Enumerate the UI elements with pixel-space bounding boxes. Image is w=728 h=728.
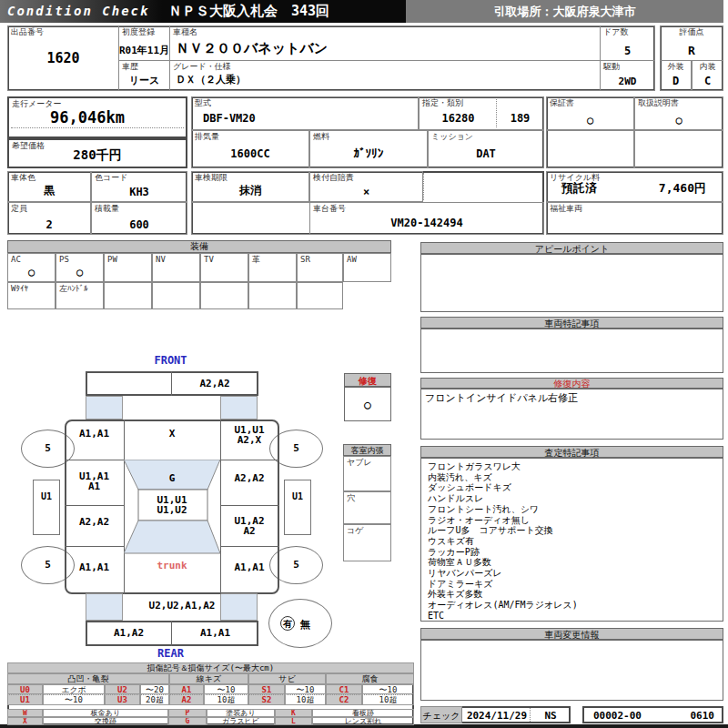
class-number-cell: 指定・類別 16280 189: [419, 96, 544, 130]
class-number-value-2: 189: [500, 112, 541, 125]
class-divider: [496, 99, 497, 127]
legend-group-rust-label: サビ: [278, 674, 295, 683]
legend-group-scratch: 線キズ: [169, 673, 248, 684]
equipment-label-ps: PS: [59, 255, 69, 264]
legend-val-p: 塗装あり: [207, 709, 275, 717]
equipment-note-cell-6: [248, 282, 297, 309]
legend-code-l: L: [275, 717, 312, 725]
grade-point-value: R: [661, 44, 723, 57]
equipment-note-cell-1: Wﾀｲﾔ: [7, 282, 56, 309]
equipment-cell-sr: SR: [297, 253, 343, 282]
cabin-lining-row-hole: 穴: [343, 491, 391, 524]
equipment-cell-pw: PW: [104, 253, 152, 282]
equipment-label-sr: SR: [300, 255, 310, 264]
repair-mark-box: ○: [344, 387, 391, 421]
legend-code-s1: S1: [248, 684, 285, 694]
condition-check-sheet: Condition Check ＮＰＳ大阪入札会 343回 引取場所：大阪府泉大…: [0, 0, 728, 728]
capacity-cell: 定員 2: [7, 202, 91, 235]
assessment-panel: フロントガラスワレ大 内装汚れ、キズ ダッシュボードキズ ハンドルスレ フロント…: [420, 458, 723, 622]
equipment-cell-aw: AW: [343, 253, 391, 282]
equipment-cell-ps: PS ○: [56, 253, 104, 282]
side-step-left-damage: U1: [34, 491, 59, 501]
front-bumper-corner-left: [86, 396, 123, 420]
color-code-cell: 色コード KH3: [91, 171, 187, 202]
pickup-location-bar: 引取場所：大阪府泉大津市: [406, 0, 723, 23]
door-left-damage: U1,A1 A1: [65, 471, 124, 491]
assessment-item: ウスキズ有: [428, 536, 578, 547]
equipment-title-bar: 装備: [7, 240, 391, 253]
assessment-item: オーディオレス(AM/FMラジオレス): [428, 600, 578, 611]
asking-price-box: 希望価格 280千円: [7, 138, 187, 168]
doors-cell: ドア数 5: [600, 25, 655, 61]
legend-val-u0: エクボ: [43, 684, 105, 694]
repair-mark-title-bar: 修復: [344, 373, 391, 387]
equipment-label-tv: TV: [204, 255, 214, 264]
rear-label: REAR: [136, 649, 205, 659]
interior-grade-value: C: [693, 75, 723, 87]
model-name-cell: 車種名 ＮＶ２００バネットバン: [169, 25, 601, 61]
fuel-cell: 燃料 ｶﾞｿﾘﾝ: [309, 130, 428, 168]
quarter-right-damage: A1,A1: [220, 562, 278, 572]
equipment-mark-ps: ○: [56, 266, 103, 278]
fuel-value: ｶﾞｿﾘﾝ: [310, 147, 427, 160]
windshield-damage: G: [124, 473, 220, 483]
equipment-cell-nv: NV: [152, 253, 200, 282]
load-capacity-value: 600: [92, 218, 187, 231]
first-registration-value: R01年11月: [119, 44, 169, 57]
doors-value: 5: [601, 45, 654, 57]
slide-right-damage: U1,A2 A2: [220, 516, 278, 536]
inspection-cell: 車検期限 抹消: [191, 171, 309, 202]
appeal-title-bar: アピールポイント: [420, 242, 723, 254]
equipment-cell-tv: TV: [200, 253, 248, 282]
body-color-cell: 車体色 黒: [7, 171, 91, 202]
odometer-value: 96,046km: [50, 108, 125, 126]
drive-label: 駆動: [603, 62, 620, 71]
exterior-grade-cell: 外装 D: [660, 60, 692, 91]
capacity-label: 定員: [11, 204, 27, 213]
color-code-label: 色コード: [95, 173, 127, 182]
check-label: チェック: [421, 710, 461, 723]
appeal-panel: [420, 254, 723, 312]
legend-code-p: P: [168, 709, 207, 717]
cabin-lining-tear-label: ヤブレ: [347, 458, 372, 467]
check-code-2: 0610: [691, 710, 715, 722]
tire-depth-fr: 5: [293, 442, 299, 454]
exterior-grade-label: 外装: [661, 62, 691, 71]
check-code-box: 00002-00 0610: [582, 706, 723, 723]
grade-spec-cell: グレード・仕様 ＤＸ（２人乗）: [169, 60, 601, 91]
legend-code-u3: U3: [105, 694, 140, 705]
front-label: FRONT: [136, 356, 205, 366]
legend-code-g: G: [168, 717, 207, 725]
legend-val-u2: 〜20: [140, 684, 169, 694]
equipment-mark-ac: ○: [8, 266, 55, 278]
legend-val-a2: 10超: [204, 694, 248, 705]
door-right-damage: A2,A2: [220, 473, 278, 483]
color-code-value: KH3: [92, 186, 187, 198]
rear-bar-right-damage: A1,A1: [172, 628, 258, 638]
load-capacity-cell: 積載量 600: [91, 202, 187, 235]
rear-bar-left-damage: A1,A2: [86, 628, 172, 638]
legend-group-rust: サビ: [248, 673, 326, 684]
warranty-label: 保証書: [550, 98, 574, 107]
recycle-fee-cell: リサイクル料 預託済 7,460円: [546, 171, 723, 202]
quarter-left-damage: A1,A1: [65, 562, 124, 572]
chassis-number-value: VM20-142494: [310, 217, 543, 229]
equipment-label-aw: AW: [347, 255, 357, 264]
asking-price-value: 280千円: [9, 147, 186, 164]
assessment-item: フロントシート汚れ、シワ: [428, 504, 578, 515]
change-info-title: 車両変更情報: [545, 630, 600, 640]
interior-grade-label: 内装: [693, 62, 723, 71]
equipment-label-leather: 革: [252, 255, 260, 264]
insurance-dotted-divider: [423, 173, 424, 200]
manual-cell: 取扱説明書 ○: [634, 96, 723, 130]
legend-val-c1: 〜10: [362, 684, 414, 694]
header-bar: Condition Check ＮＰＳ大阪入札会 343回: [0, 0, 406, 23]
legend-group-scratch-label: 線キズ: [197, 674, 221, 683]
exterior-grade-value: D: [661, 75, 691, 87]
drive-cell: 駆動 2WD: [600, 60, 655, 91]
legend-group-corrosion-label: 腐食: [362, 674, 379, 683]
check-label-cell: チェック: [420, 706, 462, 723]
fuel-label: 燃料: [313, 132, 329, 141]
legend-code-u1: U1: [7, 694, 43, 705]
displacement-value: 1600CC: [192, 147, 308, 160]
